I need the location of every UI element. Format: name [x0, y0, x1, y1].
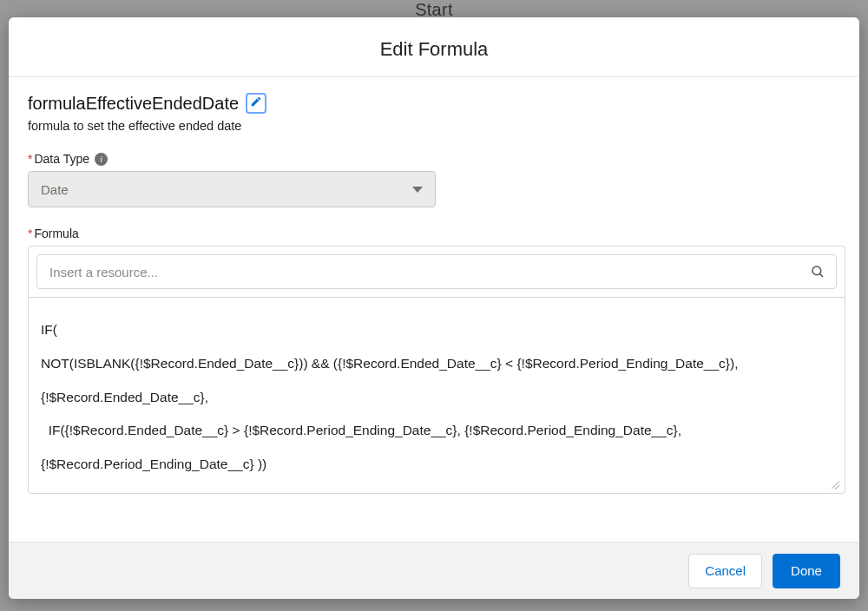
modal-title: Edit Formula [9, 17, 859, 77]
modal-body: formulaEffectiveEndedDate formula to set… [9, 77, 859, 542]
formula-label: *Formula [28, 227, 840, 240]
required-marker: * [28, 152, 32, 166]
pencil-icon [250, 95, 262, 111]
data-type-label: *Data Type i [28, 152, 840, 166]
info-icon[interactable]: i [95, 153, 108, 166]
data-type-select[interactable]: Date [28, 171, 436, 207]
insert-resource-input[interactable] [36, 254, 837, 289]
chevron-down-icon [412, 187, 423, 193]
modal-footer: Cancel Done [9, 542, 859, 599]
edit-name-button[interactable] [246, 93, 266, 114]
formula-editor [28, 246, 845, 494]
data-type-label-text: Data Type [34, 152, 89, 166]
formula-api-name: formulaEffectiveEndedDate [28, 94, 239, 114]
formula-textarea[interactable] [29, 297, 845, 489]
done-button[interactable]: Done [773, 554, 840, 588]
edit-formula-modal: Edit Formula formulaEffectiveEndedDate f… [9, 17, 859, 599]
required-marker: * [28, 227, 32, 240]
data-type-value: Date [41, 182, 69, 197]
formula-description: formula to set the effective ended date [28, 119, 840, 133]
resize-handle-icon[interactable] [831, 479, 841, 489]
formula-label-text: Formula [34, 227, 78, 240]
modal-backdrop: Start Edit Formula formulaEffectiveEnded… [0, 0, 868, 611]
cancel-button[interactable]: Cancel [688, 554, 762, 588]
